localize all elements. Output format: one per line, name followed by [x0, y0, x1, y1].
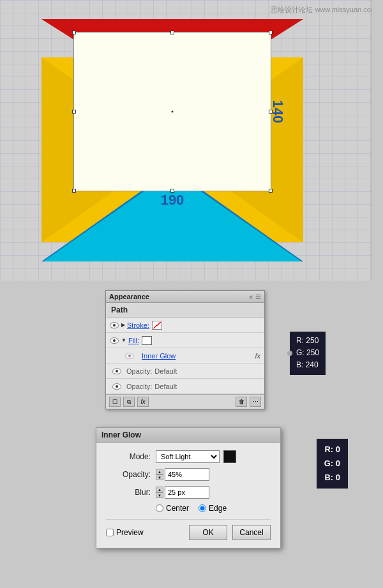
opacity2-row[interactable]: Opacity: Default — [106, 379, 264, 394]
canvas-area: 思绘设计论坛 www.missyuan.com — [0, 0, 383, 281]
glow-color-swatch[interactable] — [223, 450, 236, 463]
duplicate-btn[interactable]: ⧉ — [123, 397, 135, 407]
right-ruler — [372, 0, 383, 281]
cancel-button[interactable]: Cancel — [232, 525, 271, 540]
stroke-expand-arrow[interactable]: ▶ — [121, 322, 125, 328]
new-style-btn[interactable]: ☐ — [109, 397, 121, 407]
handle-top-mid[interactable] — [170, 31, 174, 34]
radio-row: Center Edge — [156, 504, 271, 513]
opacity1-row[interactable]: Opacity: Default — [106, 364, 264, 379]
rgb-r: R: 250 — [296, 335, 319, 347]
appearance-titlebar: Appearance « ☰ — [106, 291, 264, 303]
panel-menu-icon[interactable]: ☰ — [255, 293, 261, 300]
opacity-input[interactable] — [165, 468, 209, 481]
ok-button[interactable]: OK — [189, 525, 227, 540]
radio-edge-label[interactable]: Edge — [199, 504, 227, 513]
handle-bottom-left[interactable] — [72, 189, 76, 193]
rgb-dot — [287, 351, 292, 356]
appearance-title: Appearance — [109, 293, 149, 300]
rgb-b: B: 240 — [296, 359, 319, 371]
panel-controls: « ☰ — [249, 293, 261, 300]
blur-row: Blur: ▲ ▼ — [106, 486, 271, 499]
inner-glow-dialog: Inner Glow Mode: Soft Light Opacity: ▲ ▼ — [96, 427, 281, 548]
path-label: Path — [106, 303, 264, 318]
handle-bottom-right[interactable] — [269, 189, 273, 193]
handle-top-left[interactable] — [72, 31, 76, 34]
dialog-titlebar: Inner Glow — [96, 428, 280, 443]
blur-label: Blur: — [106, 488, 151, 497]
fx-btn[interactable]: fx — [137, 397, 149, 407]
watermark: 思绘设计论坛 www.missyuan.com — [271, 5, 377, 15]
opacity1-eye[interactable] — [112, 368, 121, 374]
paper-center-dot — [172, 111, 174, 113]
fill-visibility-eye[interactable] — [110, 337, 119, 344]
mode-row: Mode: Soft Light — [106, 450, 271, 463]
rgb-g: G: 250 — [296, 347, 319, 359]
blur-down[interactable]: ▼ — [156, 492, 163, 498]
preview-row: Preview OK Cancel — [106, 519, 271, 540]
more-btn[interactable]: ⋯ — [250, 397, 261, 407]
radio-center[interactable] — [156, 504, 163, 512]
delete-btn[interactable]: 🗑 — [236, 397, 247, 407]
opacity2-label: Opacity: — [126, 383, 152, 390]
panel-bottom-toolbar: ☐ ⧉ fx 🗑 ⋯ — [106, 394, 264, 409]
envelope-paper: 190 140 — [73, 32, 271, 191]
radio-edge[interactable] — [199, 504, 206, 512]
rgb-tooltip-fill: R: 250 G: 250 B: 240 — [290, 332, 326, 375]
radio-edge-text: Edge — [209, 504, 227, 513]
preview-text: Preview — [116, 528, 144, 537]
blur-spinner: ▲ ▼ — [156, 486, 209, 499]
blur-input[interactable] — [165, 486, 209, 499]
blur-arrows: ▲ ▼ — [156, 487, 163, 498]
stroke-visibility-eye[interactable] — [110, 322, 119, 328]
envelope: 190 140 — [41, 19, 303, 261]
fill-swatch[interactable] — [142, 336, 152, 345]
mode-select[interactable]: Soft Light — [156, 450, 220, 463]
handle-top-right[interactable] — [269, 31, 273, 34]
dimension-right: 140 — [270, 100, 287, 124]
mode-label: Mode: — [106, 452, 151, 461]
preview-checkbox[interactable] — [106, 529, 114, 536]
panels-area: Appearance « ☰ Path ▶ Stroke: ▼ Fill: In… — [0, 281, 383, 588]
fill-expand-arrow[interactable]: ▼ — [121, 337, 126, 343]
blur-up[interactable]: ▲ — [156, 487, 163, 492]
dialog-rgb-b: B: 0 — [324, 471, 340, 485]
opacity-label: Opacity: — [106, 470, 151, 479]
stroke-row[interactable]: ▶ Stroke: — [106, 318, 264, 333]
opacity1-value: Default — [154, 367, 177, 375]
opacity-arrows: ▲ ▼ — [156, 469, 163, 480]
fill-row[interactable]: ▼ Fill: — [106, 333, 264, 348]
dialog-rgb-r: R: 0 — [324, 443, 340, 457]
dialog-rgb-g: G: 0 — [324, 457, 340, 471]
appearance-panel: Appearance « ☰ Path ▶ Stroke: ▼ Fill: In… — [105, 290, 265, 409]
stroke-label[interactable]: Stroke: — [127, 321, 149, 329]
fx-label: fx — [255, 352, 260, 360]
handle-mid-left[interactable] — [72, 110, 76, 114]
radio-center-text: Center — [166, 504, 189, 513]
dimension-bottom: 190 — [161, 192, 184, 209]
radio-center-label[interactable]: Center — [156, 504, 189, 513]
opacity-up[interactable]: ▲ — [156, 469, 163, 474]
fill-label[interactable]: Fill: — [128, 337, 139, 344]
inner-glow-label[interactable]: Inner Glow — [142, 352, 176, 360]
opacity1-label: Opacity: — [126, 367, 152, 375]
inner-glow-row[interactable]: Inner Glow fx — [106, 348, 264, 364]
dialog-content: Mode: Soft Light Opacity: ▲ ▼ — [96, 443, 280, 548]
opacity-row: Opacity: ▲ ▼ — [106, 468, 271, 481]
panel-collapse-icon[interactable]: « — [249, 293, 253, 300]
opacity-down[interactable]: ▼ — [156, 474, 163, 480]
opacity2-value: Default — [154, 383, 177, 390]
preview-label[interactable]: Preview — [106, 528, 184, 537]
inner-glow-visibility-eye[interactable] — [125, 353, 134, 359]
opacity-spinner: ▲ ▼ — [156, 468, 209, 481]
opacity2-eye[interactable] — [112, 383, 121, 390]
rgb-tooltip-dialog: R: 0 G: 0 B: 0 — [317, 439, 348, 489]
stroke-swatch[interactable] — [152, 321, 162, 330]
